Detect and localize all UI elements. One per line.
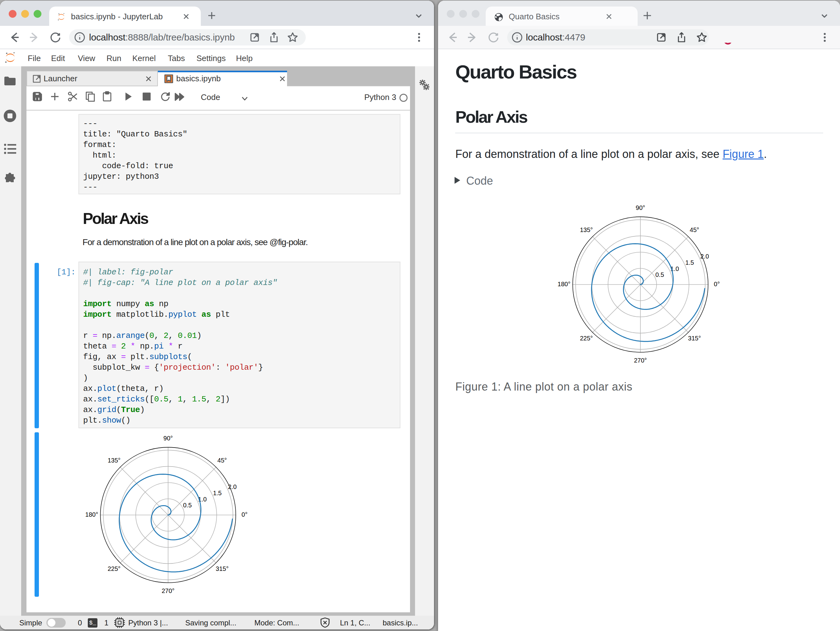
svg-text:0°: 0° <box>714 281 720 288</box>
svg-text:225°: 225° <box>108 565 120 572</box>
svg-text:0°: 0° <box>242 511 248 518</box>
svg-text:180°: 180° <box>85 511 98 518</box>
svg-text:1.5: 1.5 <box>213 490 222 497</box>
svg-text:135°: 135° <box>580 226 593 233</box>
svg-text:45°: 45° <box>217 457 227 464</box>
svg-text:0.5: 0.5 <box>183 502 192 509</box>
svg-text:180°: 180° <box>557 281 570 288</box>
svg-text:270°: 270° <box>162 587 174 594</box>
svg-text:2.0: 2.0 <box>700 253 709 260</box>
svg-text:315°: 315° <box>688 335 701 342</box>
svg-text:225°: 225° <box>580 335 593 342</box>
svg-text:1.5: 1.5 <box>685 259 694 266</box>
svg-text:270°: 270° <box>634 357 647 364</box>
svg-text:135°: 135° <box>108 457 120 464</box>
svg-text:90°: 90° <box>163 435 173 442</box>
svg-text:90°: 90° <box>636 204 645 211</box>
svg-text:2.0: 2.0 <box>228 483 237 490</box>
svg-text:0.5: 0.5 <box>655 271 664 278</box>
svg-text:315°: 315° <box>216 565 229 572</box>
svg-text:45°: 45° <box>690 226 699 233</box>
